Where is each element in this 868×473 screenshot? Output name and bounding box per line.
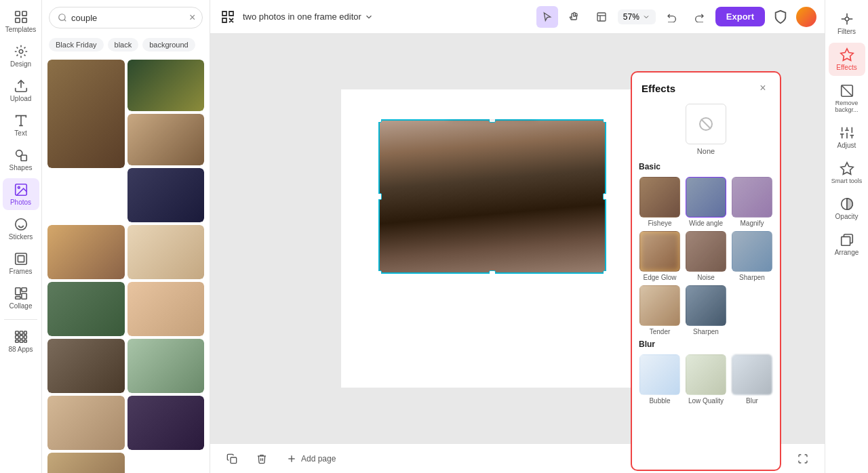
right-tool-effects[interactable]: Effects <box>829 43 865 76</box>
sidebar-item-frames[interactable]: Frames <box>3 247 39 279</box>
pan-tool-button[interactable] <box>564 6 585 28</box>
smart-tools-icon <box>840 161 854 176</box>
effect-fisheye[interactable]: Fisheye <box>639 177 681 227</box>
tag-background[interactable]: background <box>142 38 195 52</box>
zoom-control[interactable]: 57% <box>618 9 656 24</box>
svg-point-4 <box>19 49 23 54</box>
svg-rect-23 <box>15 340 18 343</box>
undo-button[interactable] <box>661 6 683 28</box>
right-tool-adjust[interactable]: Adjust <box>829 121 865 154</box>
effects-header: Effects × <box>632 73 780 101</box>
list-item[interactable] <box>127 339 205 393</box>
effect-none-thumb[interactable] <box>686 104 726 144</box>
effect-blur[interactable]: Blur <box>731 354 773 405</box>
svg-rect-7 <box>21 155 26 161</box>
list-item[interactable] <box>47 339 125 393</box>
effects-icon <box>840 47 854 62</box>
list-item[interactable] <box>127 225 205 279</box>
list-item[interactable] <box>127 60 205 111</box>
canvas-image[interactable]: ··· <box>378 119 606 274</box>
list-item[interactable] <box>47 396 125 450</box>
effect-sharpen1-label: Sharpen <box>739 274 765 281</box>
avatar[interactable] <box>796 7 816 27</box>
list-item[interactable] <box>47 60 125 168</box>
list-item[interactable] <box>47 225 125 279</box>
list-item[interactable] <box>127 114 205 165</box>
sidebar-item-text[interactable]: Text <box>3 109 39 141</box>
plus-icon <box>286 453 297 464</box>
effect-magnify[interactable]: Magnify <box>731 177 773 227</box>
right-sidebar: Filters Effects Remove backgr... Adjust … <box>825 0 868 473</box>
sidebar-item-apps[interactable]: 88 Apps <box>3 325 39 357</box>
effect-blur-label: Blur <box>746 397 758 405</box>
resize-handle-tm[interactable] <box>489 119 496 123</box>
search-input[interactable] <box>71 13 185 23</box>
redo-button[interactable] <box>688 6 710 28</box>
export-button[interactable]: Export <box>715 7 765 26</box>
svg-point-40 <box>845 17 849 21</box>
tag-black-friday[interactable]: Black Friday <box>49 38 104 52</box>
add-page-button[interactable]: Add page <box>281 451 341 467</box>
sidebar-item-templates[interactable]: Templates <box>3 5 39 37</box>
effect-sharpen1-thumb <box>732 231 772 272</box>
effect-noise[interactable]: Noise <box>685 231 727 281</box>
effect-sharpen2[interactable]: Sharpen <box>685 285 727 335</box>
chevron-down-icon <box>364 12 374 22</box>
list-item[interactable] <box>127 168 205 222</box>
right-tool-filters[interactable]: Filters <box>829 7 865 40</box>
effect-tender[interactable]: Tender <box>639 285 681 335</box>
effect-bubble[interactable]: Bubble <box>639 354 681 405</box>
effect-edgeglow-label: Edge Glow <box>644 274 677 281</box>
search-clear-button[interactable]: × <box>189 12 195 24</box>
sidebar-divider <box>4 319 37 320</box>
sidebar-item-photos[interactable]: Photos <box>3 178 39 210</box>
svg-rect-0 <box>15 12 19 16</box>
effects-close-button[interactable]: × <box>755 81 770 96</box>
list-item[interactable] <box>47 282 125 336</box>
right-tool-remove-bg[interactable]: Remove backgr... <box>829 79 865 118</box>
right-tool-opacity[interactable]: Opacity <box>829 192 865 225</box>
sidebar-item-stickers[interactable]: Stickers <box>3 213 39 245</box>
sidebar-item-shapes[interactable]: Shapes <box>3 144 39 176</box>
shield-icon[interactable] <box>770 7 791 27</box>
effect-edgeglow[interactable]: Edge Glow <box>639 231 681 281</box>
resize-handle-bm[interactable] <box>489 270 496 274</box>
effect-sharpen2-label: Sharpen <box>693 328 719 335</box>
sidebar-item-upload[interactable]: Upload <box>3 75 39 106</box>
sidebar-item-collage[interactable]: Collage <box>3 282 39 314</box>
fullscreen-button[interactable] <box>792 451 814 467</box>
sidebar-item-design[interactable]: Design <box>3 40 39 72</box>
effect-bubble-label: Bubble <box>649 397 670 405</box>
effect-grid-basic: Fisheye Wide angle Magnify <box>639 177 773 335</box>
effect-wideangle[interactable]: Wide angle <box>685 177 727 227</box>
section-label-basic: Basic <box>639 162 773 171</box>
svg-rect-16 <box>15 297 20 300</box>
list-item[interactable] <box>127 282 205 336</box>
top-bar: two photos in one frame editor 57% Expor… <box>210 0 825 34</box>
list-item[interactable] <box>47 453 125 473</box>
app-logo[interactable] <box>218 7 237 26</box>
tag-black[interactable]: black <box>108 38 139 52</box>
project-name[interactable]: two photos in one frame editor <box>243 12 374 22</box>
effect-fisheye-thumb <box>639 177 680 218</box>
layout-button[interactable] <box>591 6 612 28</box>
effect-sharpen2-thumb <box>686 285 726 326</box>
resize-handle-bl[interactable] <box>378 270 382 274</box>
right-tool-arrange[interactable]: Arrange <box>829 228 865 261</box>
effect-sharpen1[interactable]: Sharpen <box>731 231 773 281</box>
resize-handle-tr[interactable] <box>603 119 606 123</box>
effect-tender-thumb <box>639 285 680 326</box>
list-item[interactable] <box>127 396 205 450</box>
resize-handle-mr[interactable] <box>603 193 606 200</box>
resize-handle-ml[interactable] <box>378 193 382 200</box>
delete-page-button[interactable] <box>251 451 273 467</box>
resize-handle-br[interactable] <box>603 270 606 274</box>
effect-edgeglow-thumb <box>639 231 680 272</box>
resize-handle-tl[interactable] <box>378 119 382 123</box>
canvas-container: ··· Effects × None <box>210 34 825 443</box>
right-tool-smart[interactable]: Smart tools <box>829 157 865 189</box>
copy-page-button[interactable] <box>221 451 243 467</box>
effect-magnify-label: Magnify <box>740 220 764 227</box>
effect-lowquality[interactable]: Low Quality <box>685 354 727 405</box>
select-tool-button[interactable] <box>536 6 558 28</box>
